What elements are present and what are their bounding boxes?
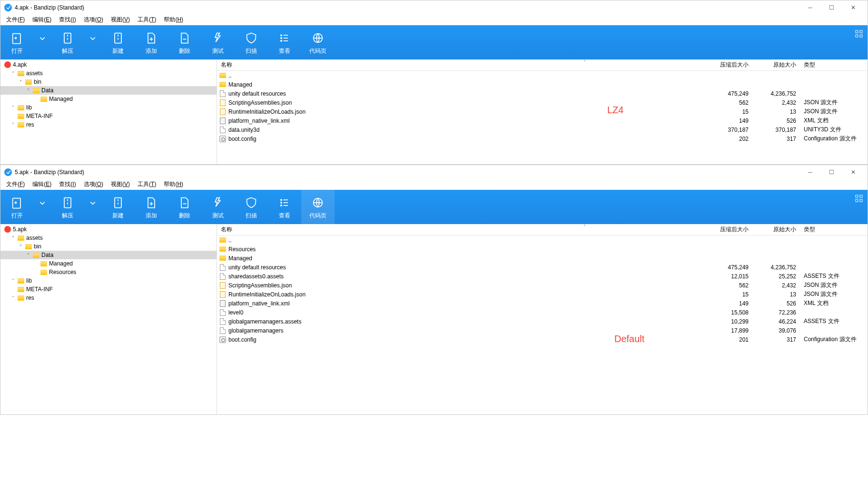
toolbar-test-button[interactable]: 测试 bbox=[201, 190, 235, 224]
tree-twist-icon[interactable]: ˅ bbox=[25, 253, 31, 258]
list-item[interactable]: RuntimeInitializeOnLoads.json 15 13 JSON… bbox=[217, 107, 868, 116]
list-item[interactable]: data.unity3d 370,187 370,187 UNITY3D 文件 bbox=[217, 125, 868, 134]
tree-twist-icon[interactable]: ˃ bbox=[10, 295, 16, 301]
list-item[interactable]: .. bbox=[217, 71, 868, 80]
toolbar-options-icon[interactable] bbox=[855, 195, 863, 204]
tree-node[interactable]: ˅ assets bbox=[0, 234, 217, 242]
list-item[interactable]: platform_native_link.xml 149 526 XML 文档 bbox=[217, 116, 868, 125]
column-original-size[interactable]: 原始大小 bbox=[753, 61, 801, 69]
menu-o[interactable]: 选项(O) bbox=[80, 15, 107, 25]
list-item[interactable]: ScriptingAssemblies.json 562 2,432 JSON … bbox=[217, 98, 868, 107]
tree-node[interactable]: ˅ bin bbox=[0, 242, 217, 251]
tree-pane[interactable]: 4.apk ˅ assets ˅ bin ˅ Data Managed ˃ li… bbox=[0, 59, 217, 164]
tree-twist-icon[interactable]: ˃ bbox=[10, 122, 16, 128]
list-body[interactable]: .. Managed unity default resources 475,2… bbox=[217, 71, 868, 164]
menu-t[interactable]: 工具(T) bbox=[134, 179, 160, 190]
tree-twist-icon[interactable] bbox=[10, 114, 16, 119]
toolbar-view-button[interactable]: 查看 bbox=[268, 25, 301, 59]
toolbar-test-button[interactable]: 测试 bbox=[201, 25, 235, 59]
tree-node[interactable]: ˃ res bbox=[0, 120, 217, 129]
minimize-button[interactable]: ─ bbox=[799, 165, 821, 179]
list-item[interactable]: .. bbox=[217, 236, 868, 245]
toolbar-open-button[interactable]: 打开 bbox=[0, 25, 34, 59]
close-button[interactable]: ✕ bbox=[842, 165, 864, 179]
toolbar-extract-button[interactable]: 解压 bbox=[51, 25, 84, 59]
menu-i[interactable]: 查找(I) bbox=[55, 15, 79, 25]
tree-node[interactable]: ˅ bin bbox=[0, 78, 217, 86]
column-compressed-size[interactable]: 压缩后大小 bbox=[701, 226, 753, 234]
toolbar-add-button[interactable]: 添加 bbox=[135, 190, 168, 224]
tree-twist-icon[interactable]: ˃ bbox=[10, 105, 16, 110]
list-item[interactable]: level0 15,508 72,236 bbox=[217, 308, 868, 317]
toolbar-add-button[interactable]: 添加 bbox=[135, 25, 168, 59]
tree-node[interactable]: Managed bbox=[0, 95, 217, 103]
toolbar-scan-button[interactable]: 扫描 bbox=[235, 25, 268, 59]
menu-v[interactable]: 视图(V) bbox=[107, 179, 134, 190]
tree-twist-icon[interactable] bbox=[10, 287, 16, 292]
tree-node[interactable]: ˅ Data bbox=[0, 251, 217, 259]
tree-twist-icon[interactable]: ˅ bbox=[10, 71, 16, 76]
toolbar-scan-button[interactable]: 扫描 bbox=[235, 190, 268, 224]
maximize-button[interactable]: ☐ bbox=[821, 0, 842, 15]
menu-h[interactable]: 帮助(H) bbox=[160, 179, 187, 190]
tree-twist-icon[interactable]: ˅ bbox=[25, 88, 31, 93]
column-name[interactable]: 名称 bbox=[217, 226, 701, 234]
list-item[interactable]: RuntimeInitializeOnLoads.json 15 13 JSON… bbox=[217, 290, 868, 299]
list-item[interactable]: boot.config 202 317 Configuration 源文件 bbox=[217, 134, 868, 143]
tree-node[interactable]: Managed bbox=[0, 259, 217, 268]
tree-node[interactable]: ˅ assets bbox=[0, 69, 217, 78]
tree-twist-icon[interactable] bbox=[33, 270, 39, 275]
menu-t[interactable]: 工具(T) bbox=[134, 15, 160, 25]
toolbar-open-dropdown[interactable] bbox=[34, 25, 51, 59]
toolbar-open-dropdown[interactable] bbox=[34, 190, 51, 224]
toolbar-delete-button[interactable]: 删除 bbox=[168, 25, 201, 59]
toolbar-extract-dropdown[interactable] bbox=[84, 190, 101, 224]
toolbar-new-button[interactable]: 新建 bbox=[101, 190, 135, 224]
tree-node[interactable]: ˃ lib bbox=[0, 103, 217, 112]
toolbar-codepage-button[interactable]: 代码页 bbox=[301, 190, 335, 224]
list-item[interactable]: Managed bbox=[217, 254, 868, 263]
list-item[interactable]: globalgamemanagers.assets 10,299 46,224 … bbox=[217, 317, 868, 326]
tree-node[interactable]: ˃ res bbox=[0, 294, 217, 302]
menu-h[interactable]: 帮助(H) bbox=[160, 15, 187, 25]
list-item[interactable]: globalgamemanagers 17,899 39,076 bbox=[217, 326, 868, 335]
tree-twist-icon[interactable]: ˅ bbox=[18, 79, 23, 85]
list-item[interactable]: boot.config 201 317 Configuration 源文件 bbox=[217, 335, 868, 344]
list-item[interactable]: Resources bbox=[217, 245, 868, 254]
tree-twist-icon[interactable]: ˅ bbox=[10, 236, 16, 241]
list-item[interactable]: unity default resources 475,249 4,236,75… bbox=[217, 263, 868, 272]
list-body[interactable]: .. Resources Managed unity default resou… bbox=[217, 236, 868, 414]
toolbar-codepage-button[interactable]: 代码页 bbox=[301, 25, 335, 59]
column-type[interactable]: 类型 bbox=[801, 226, 868, 234]
toolbar-view-button[interactable]: 查看 bbox=[268, 190, 301, 224]
menu-e[interactable]: 编辑(E) bbox=[29, 15, 55, 25]
list-item[interactable]: platform_native_link.xml 149 526 XML 文档 bbox=[217, 299, 868, 308]
tree-root[interactable]: 5.apk bbox=[0, 225, 217, 234]
column-original-size[interactable]: 原始大小 bbox=[753, 226, 801, 234]
menu-v[interactable]: 视图(V) bbox=[107, 15, 134, 25]
column-compressed-size[interactable]: 压缩后大小 bbox=[701, 61, 753, 69]
list-item[interactable]: unity default resources 475,249 4,236,75… bbox=[217, 89, 868, 98]
toolbar-delete-button[interactable]: 删除 bbox=[168, 190, 201, 224]
tree-twist-icon[interactable] bbox=[33, 261, 39, 266]
chevron-down-icon[interactable]: ˅ bbox=[583, 59, 586, 65]
tree-twist-icon[interactable]: ˅ bbox=[18, 244, 23, 249]
tree-twist-icon[interactable] bbox=[33, 97, 39, 102]
list-item[interactable]: sharedassets0.assets 12,015 25,252 ASSET… bbox=[217, 272, 868, 281]
tree-twist-icon[interactable]: ˃ bbox=[10, 278, 16, 284]
tree-pane[interactable]: 5.apk ˅ assets ˅ bin ˅ Data Managed Reso… bbox=[0, 224, 217, 414]
close-button[interactable]: ✕ bbox=[842, 0, 864, 15]
toolbar-options-icon[interactable] bbox=[855, 30, 863, 39]
maximize-button[interactable]: ☐ bbox=[821, 165, 842, 179]
tree-node[interactable]: META-INF bbox=[0, 285, 217, 294]
menu-f[interactable]: 文件(F) bbox=[2, 179, 29, 190]
toolbar-open-button[interactable]: 打开 bbox=[0, 190, 34, 224]
tree-node[interactable]: Resources bbox=[0, 268, 217, 276]
menu-e[interactable]: 编辑(E) bbox=[29, 179, 55, 190]
list-item[interactable]: ScriptingAssemblies.json 562 2,432 JSON … bbox=[217, 281, 868, 290]
tree-node[interactable]: ˃ lib bbox=[0, 276, 217, 285]
toolbar-extract-button[interactable]: 解压 bbox=[51, 190, 84, 224]
column-name[interactable]: 名称 bbox=[217, 61, 701, 69]
column-type[interactable]: 类型 bbox=[801, 61, 868, 69]
menu-i[interactable]: 查找(I) bbox=[55, 179, 79, 190]
